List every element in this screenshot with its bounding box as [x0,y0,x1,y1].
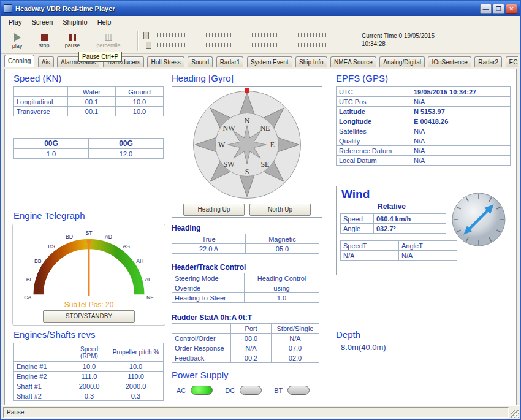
cell: 0.3 [108,391,164,401]
telegraph-label: AF [145,277,151,283]
cell: SpeedT [341,241,399,251]
cell: 19/05/2015 10:34:27 [411,87,511,97]
cell: 10.0 [108,362,164,372]
cell: Steering Mode [172,273,245,283]
tab-nmea-source[interactable]: NMEA Source [330,56,376,67]
cell: UTC Pos [337,97,411,107]
power-ac-indicator [191,386,213,395]
maximize-button[interactable]: ❐ [493,4,504,14]
power-ac-label: AC [177,387,186,394]
cell [14,87,68,97]
seek-slider-thumb[interactable] [146,42,151,49]
table-row: UTC 19/05/2015 10:34:27 [337,87,511,97]
table-row: 22.0 A 05.0 [172,244,319,254]
table-row: Quality N/A [337,136,511,146]
cell: 05.0 [246,244,319,254]
table-row: Latitude N 5153.97 [337,107,511,116]
minimize-button[interactable]: — [480,4,492,14]
cell: Order Response [172,343,231,353]
tab-ecdis1[interactable]: ECDIS1 [506,56,518,67]
window-controls: — ❐ ✕ [480,4,517,14]
cell: Satellites [337,126,411,136]
cell: 00.2 [231,353,272,363]
menu-shipinfo[interactable]: ShipInfo [58,17,92,27]
menu-play[interactable]: Play [4,17,26,27]
engines-shafts-title: Engines/Shafts revs [13,329,95,340]
tab-hull-stress[interactable]: Hull Stress [147,56,184,67]
cell: 1.0 [245,293,319,303]
menu-screen[interactable]: Screen [26,17,58,27]
engines-shafts-table: Speed (RPM) Propeller pitch % Engine #1 … [13,343,164,401]
compass-point: E [270,140,275,149]
stop-standby-button[interactable]: STOP/STANDBY [43,310,135,323]
cell: 0.3 [70,391,108,401]
status-bar: Pause [1,405,520,419]
cell: N/A [411,156,511,166]
cell: Engine #1 [14,362,70,372]
time-slider-ticks [151,33,346,37]
percentile-icon [105,34,112,41]
play-button[interactable]: play [5,30,29,52]
cell: 032.7° [374,224,446,234]
cell: E 00418.26 [411,116,511,126]
cell: 08.0 [231,334,272,343]
menu-help[interactable]: Help [93,17,116,27]
cell: Shaft #1 [14,381,70,391]
cell: 111.0 [70,372,108,381]
percentile-button[interactable]: percentile [92,30,125,52]
table-row: Transverse 00.1 10.0 [14,107,164,116]
cell: 02.0 [272,353,319,363]
north-up-button[interactable]: North Up [249,204,311,216]
cell [14,343,70,362]
cell: N/A [272,334,319,343]
table-row: Steering Mode Heading Control [172,273,319,283]
tab-sound[interactable]: Sound [188,56,213,67]
percentile-label: percentile [96,42,120,48]
cell: N/A [341,251,399,261]
rudder-title: Rudder StatA 0h:A 0t:T [172,313,252,322]
table-row: Longitude E 00418.26 [337,116,511,126]
close-button[interactable]: ✕ [506,4,517,14]
compass-point: NW [223,124,236,132]
table-row: Longitudinal 00.1 10.0 [14,97,164,107]
app-window: Headway VDR Real-time Player — ❐ ✕ Play … [0,0,521,420]
time-slider[interactable] [143,32,346,39]
table-row: Water Ground [14,87,164,97]
table-row: 1.0 12.0 [14,149,164,159]
speed-title: Speed (KN) [13,73,61,83]
table-row: Angle 032.7° [341,224,446,234]
cell: Engine #2 [14,372,70,381]
tab-conning[interactable]: Conning [4,55,34,67]
time-slider-thumb[interactable] [143,32,149,39]
pause-tooltip: Pause Ctrl+P [78,52,122,62]
telegraph-label: CA [24,294,31,299]
depth-value: 8.0m(40.0m) [341,343,386,352]
resize-grip[interactable] [511,410,519,418]
pause-button[interactable]: pause [60,30,85,52]
table-row: SpeedT AngleT [341,241,457,251]
heading-gyro-title: Heading [Gyro] [172,73,234,83]
tab-system-event[interactable]: System Event [247,56,292,67]
tab-radar1[interactable]: Radar1 [216,56,244,67]
engine-telegraph-panel: CA BF BB BS BD ST AD AS AH AF NF SubTel … [12,224,165,326]
cell: Local Datum [337,156,411,166]
speed-table: Water Ground Longitudinal 00.1 10.0 Tran… [13,86,164,116]
cell: N/A [411,136,511,146]
cell: 22.0 A [172,244,246,254]
tab-ship-info[interactable]: Ship Info [295,56,327,67]
depth-title: Depth [336,329,360,340]
tab-radar2[interactable]: Radar2 [474,56,502,67]
cell: 10.0 [116,107,164,116]
power-dc-label: DC [225,387,235,394]
tab-analog-digital[interactable]: Analog/Digital [379,56,425,67]
tab-ais[interactable]: Ais [38,56,54,67]
stop-button[interactable]: stop [32,30,56,52]
compass-rose: N NE E SE S SW W NW [191,88,303,201]
cell: Heading Control [245,273,319,283]
heading-up-button[interactable]: Heading Up [183,204,245,216]
track-control-table: Steering Mode Heading Control Override u… [172,273,319,303]
cell: Longitudinal [14,97,68,107]
seek-slider[interactable] [143,42,346,49]
gyro-compass-panel: N NE E SE S SW W NW Heading Up North Up [172,86,322,218]
tab-ionsentence[interactable]: IOnSentence [428,56,471,67]
